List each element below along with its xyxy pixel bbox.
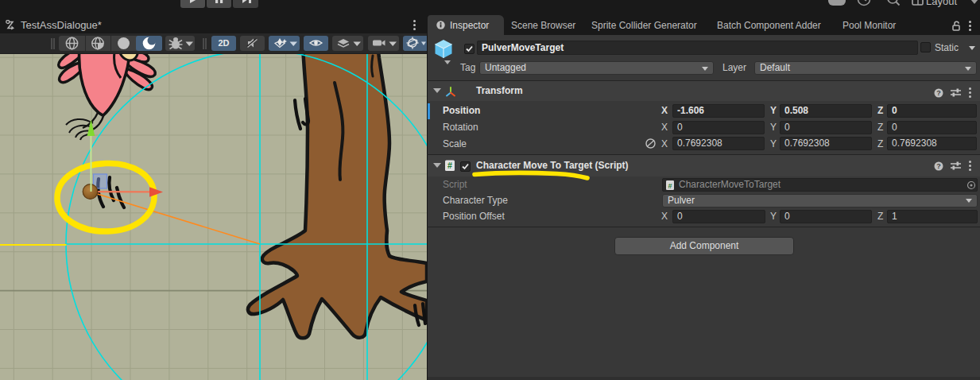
svg-text:#: #	[447, 161, 452, 170]
svg-text:#: #	[668, 182, 672, 190]
svg-text:?: ?	[936, 89, 941, 97]
svg-text:?: ?	[936, 162, 941, 170]
